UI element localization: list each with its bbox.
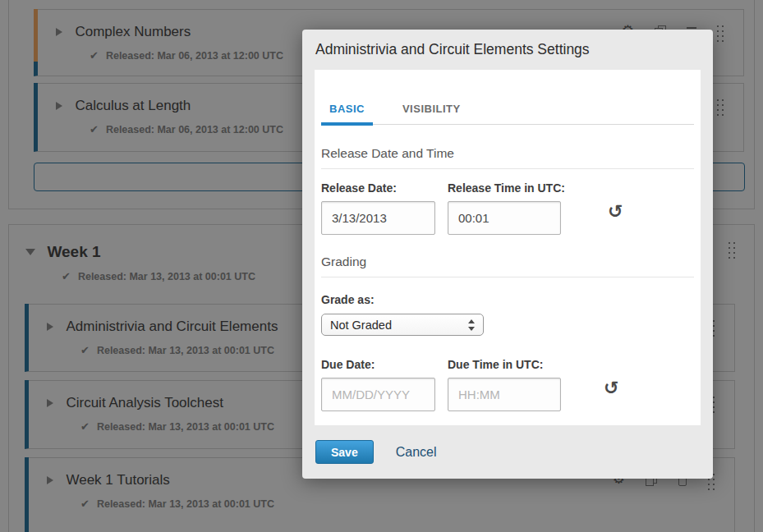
save-button[interactable]: Save	[315, 440, 374, 464]
modal-header: Administrivia and Circuit Elements Setti…	[302, 30, 713, 70]
release-section-heading: Release Date and Time	[321, 146, 694, 169]
tab-basic[interactable]: BASIC	[321, 103, 373, 124]
release-time-label: Release Time in UTC:	[448, 181, 565, 195]
release-date-label: Release Date:	[321, 181, 435, 195]
modal-title: Administrivia and Circuit Elements Setti…	[315, 41, 590, 58]
reset-due-icon[interactable]: ↺	[604, 379, 618, 397]
due-date-label: Due Date:	[321, 358, 435, 371]
tab-visibility[interactable]: VISIBILITY	[394, 103, 469, 124]
modal-tabs: BASIC VISIBILITY	[321, 103, 694, 125]
release-date-input[interactable]	[321, 201, 435, 235]
due-time-input[interactable]	[448, 378, 561, 411]
course-outline-page: Complex Numbers ✔ Released: Mar 06, 2013…	[0, 0, 763, 532]
grade-as-select[interactable]: Not Graded	[321, 314, 484, 336]
grade-as-value: Not Graded	[330, 319, 392, 332]
modal-footer: Save Cancel	[302, 425, 713, 479]
grade-as-label: Grade as:	[321, 293, 375, 306]
due-time-label: Due Time in UTC:	[448, 358, 561, 371]
release-time-input[interactable]	[448, 201, 561, 235]
modal-body: BASIC VISIBILITY Release Date and Time R…	[315, 70, 701, 425]
due-date-input[interactable]	[321, 378, 435, 411]
subsection-settings-modal: Administrivia and Circuit Elements Setti…	[302, 30, 713, 479]
select-stepper-icon	[468, 319, 475, 332]
cancel-button[interactable]: Cancel	[396, 440, 437, 464]
reset-release-icon[interactable]: ↺	[608, 203, 623, 221]
grading-section-heading: Grading	[321, 255, 694, 277]
